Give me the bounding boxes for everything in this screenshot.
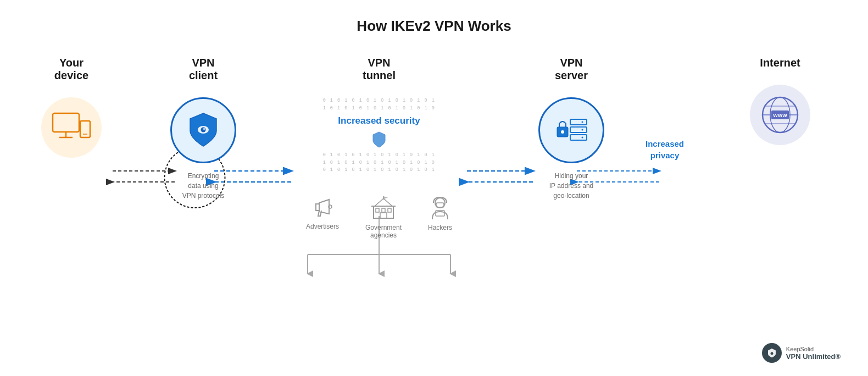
keepsolid-text: KeepSolid VPN Unlimited®: [786, 346, 841, 361]
svg-point-40: [561, 130, 564, 134]
vpn-client-label: VPN client: [189, 57, 218, 82]
svg-rect-29: [382, 208, 385, 212]
privacy-label: Increased privacy: [646, 138, 684, 161]
security-label: Increased security: [338, 115, 420, 126]
vpn-server-icon: [538, 97, 604, 163]
vpn-tunnel-section: VPN tunnel 0 1 0 1 0 1 0 1 0 1 0 1 0 1 0…: [280, 57, 478, 239]
product-name: VPN Unlimited®: [786, 352, 841, 361]
internet-section: Internet WWW: [736, 57, 824, 145]
svg-rect-43: [570, 127, 587, 132]
keepsolid-branding: KeepSolid VPN Unlimited®: [762, 343, 841, 363]
svg-rect-21: [80, 121, 90, 137]
svg-rect-31: [380, 213, 387, 218]
privacy-label-block: Increased privacy: [632, 138, 698, 161]
svg-marker-33: [375, 198, 392, 206]
svg-point-25: [203, 128, 205, 130]
vpn-server-caption: Hiding your IP address and geo-location: [549, 171, 594, 201]
vpn-server-section: VPN server Hiding your IP addres: [522, 57, 621, 201]
svg-point-54: [770, 352, 773, 355]
svg-point-42: [582, 121, 583, 123]
page-title: How IKEv2 VPN Works: [357, 18, 511, 35]
vpn-client-section: VPN client Encrypting data using VPN pro…: [159, 57, 247, 201]
threats-row: Advertisers: [306, 195, 452, 239]
device-icon: [41, 97, 102, 158]
advertiser-label: Advertisers: [306, 223, 339, 230]
internet-label: Internet: [760, 57, 800, 69]
hackers-label: Hackers: [428, 224, 452, 231]
your-device-section: Your device: [33, 57, 110, 158]
svg-rect-45: [570, 135, 587, 140]
binary-top: 0 1 0 1 0 1 0 1 0 1 0 1 0 1 0 1 1 0 1 0 …: [323, 97, 436, 112]
binary-bottom: 0 1 0 1 0 1 0 1 0 1 0 1 0 1 0 1 1 0 1 0 …: [323, 152, 436, 174]
svg-point-44: [582, 129, 583, 131]
tunnel-shield-icon: [371, 131, 387, 151]
svg-point-46: [582, 137, 583, 139]
vpn-client-caption: Encrypting data using VPN protocols: [182, 171, 225, 201]
svg-point-24: [201, 128, 206, 132]
svg-rect-28: [376, 208, 379, 212]
vpn-client-icon: [170, 97, 236, 163]
your-device-label: Your device: [54, 57, 88, 82]
svg-text:WWW: WWW: [773, 113, 787, 118]
svg-marker-35: [383, 196, 388, 199]
keepsolid-icon: [762, 343, 782, 363]
government-label: Governmentagencies: [365, 224, 402, 239]
threat-hackers: Hackers: [428, 195, 452, 231]
internet-icon: WWW: [750, 85, 810, 145]
svg-rect-41: [570, 119, 587, 125]
vpn-server-label: VPN server: [555, 57, 588, 82]
svg-rect-18: [53, 113, 79, 132]
threat-advertisers: Advertisers: [306, 195, 339, 230]
company-name: KeepSolid: [786, 346, 841, 352]
vpn-tunnel-label: VPN tunnel: [363, 57, 396, 82]
svg-rect-30: [388, 208, 391, 212]
main-container: How IKEv2 VPN Works: [0, 0, 868, 376]
threat-government: Governmentagencies: [365, 195, 402, 239]
